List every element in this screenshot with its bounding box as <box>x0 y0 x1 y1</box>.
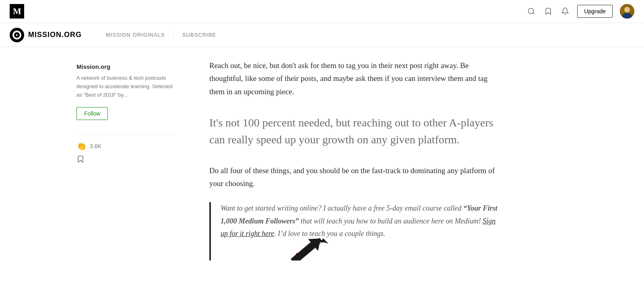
article-content: Reach out, be nice, but don't ask for th… <box>185 47 531 297</box>
arrow-annotation <box>221 236 499 261</box>
main-layout: Mission.org A network of business & tech… <box>60 47 584 297</box>
blockquote-section: Want to get started writing online? I ac… <box>209 202 499 261</box>
pullquote: It's not 100 percent needed, but reachin… <box>209 114 499 148</box>
upgrade-button[interactable]: Upgrade <box>577 5 613 18</box>
blockquote-part2: that will teach you how to build an audi… <box>299 217 483 225</box>
svg-point-5 <box>12 31 21 39</box>
publication-navigation: MISSION.ORG MISSION ORIGINALS | SUBSCRIB… <box>0 23 644 47</box>
clap-count: 3.6K <box>90 143 101 149</box>
pub-nav-links: MISSION ORIGINALS | SUBSCRIBE <box>98 31 224 39</box>
article-paragraph-2: Do all four of these things, and you sho… <box>209 164 499 190</box>
arrow-icon <box>281 234 333 261</box>
blockquote-part1: Want to get started writing online? I ac… <box>221 204 463 212</box>
blockquote-text: Want to get started writing online? I ac… <box>221 202 499 240</box>
sidebar-divider <box>76 134 175 135</box>
article-paragraph-1: Reach out, be nice, but don't ask for th… <box>209 59 499 98</box>
sidebar-actions: 👏 3.6K <box>76 141 175 165</box>
search-icon[interactable] <box>526 6 536 16</box>
svg-line-1 <box>533 13 535 14</box>
svg-point-0 <box>528 8 534 14</box>
author-description: A network of business & tech podcasts de… <box>76 74 175 99</box>
clap-row: 👏 3.6K <box>76 141 175 151</box>
top-nav-left: M <box>10 4 24 19</box>
pub-nav-originals[interactable]: MISSION ORIGINALS <box>98 32 173 38</box>
pub-nav-subscribe[interactable]: SUBSCRIBE <box>174 32 224 38</box>
avatar[interactable] <box>620 4 634 19</box>
medium-logo[interactable]: M <box>10 4 24 19</box>
author-name: Mission.org <box>76 63 175 70</box>
top-navigation: M Upgrade <box>0 0 644 23</box>
publication-logo-area[interactable]: MISSION.ORG <box>10 28 82 42</box>
clap-icon[interactable]: 👏 <box>76 141 87 151</box>
publication-logo-icon <box>10 28 24 42</box>
publication-name[interactable]: MISSION.ORG <box>28 31 82 39</box>
follow-button[interactable]: Follow <box>76 107 108 120</box>
bookmark-row <box>76 155 175 165</box>
top-nav-right: Upgrade <box>526 4 634 19</box>
bookmark-icon[interactable] <box>76 156 85 165</box>
bookmark-nav-icon[interactable] <box>543 6 553 16</box>
notifications-icon[interactable] <box>560 6 570 16</box>
svg-point-3 <box>624 7 630 12</box>
sidebar: Mission.org A network of business & tech… <box>60 47 185 297</box>
